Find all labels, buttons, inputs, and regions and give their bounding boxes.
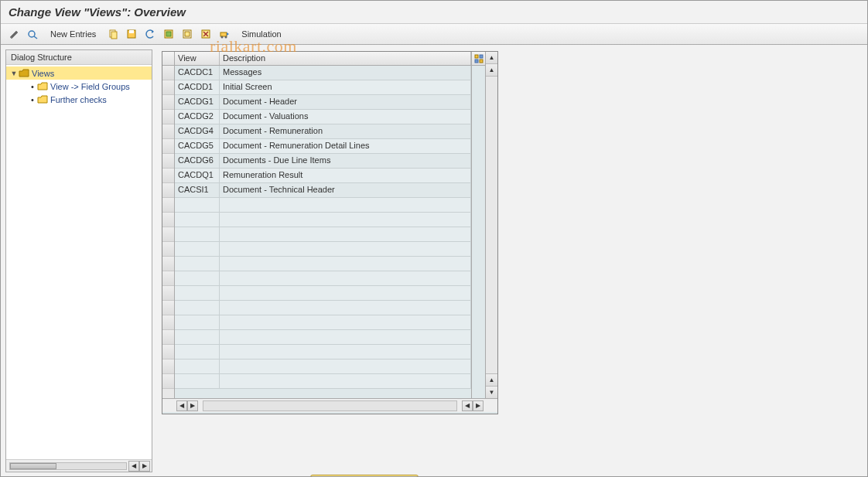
col-header-description[interactable]: Description	[220, 52, 471, 65]
table-row-empty	[175, 345, 471, 359]
cell-description[interactable]: Document - Remuneration Detail Lines	[220, 139, 471, 153]
table-row[interactable]: CACDG1Document - Header	[175, 95, 471, 110]
cell-description[interactable]: Initial Screen	[220, 80, 471, 94]
scroll-up-fast-icon[interactable]: ▲	[486, 64, 497, 77]
svg-point-15	[225, 36, 227, 39]
row-select[interactable]	[162, 139, 174, 154]
row-select[interactable]	[162, 257, 174, 271]
scroll-up-icon[interactable]: ▲	[486, 52, 497, 64]
svg-rect-17	[480, 55, 483, 58]
folder-open-icon	[19, 69, 29, 78]
table-row-empty	[175, 198, 471, 213]
row-select[interactable]	[162, 242, 174, 257]
cell-description[interactable]: Document - Valuations	[220, 110, 471, 124]
cell-view[interactable]: CACSI1	[175, 183, 220, 197]
dialog-structure-panel: Dialog Structure ▼ Views • View -> Field…	[5, 49, 152, 472]
row-select[interactable]	[162, 374, 174, 389]
cell-view	[175, 213, 220, 227]
tree-item-further-checks[interactable]: • Further checks	[6, 93, 152, 106]
row-select[interactable]	[162, 315, 174, 330]
row-select[interactable]	[162, 95, 174, 110]
scroll-right-icon[interactable]: ▶	[187, 400, 198, 411]
cell-view	[175, 330, 220, 344]
other-view-icon[interactable]	[26, 26, 41, 42]
simulation-button[interactable]: Simulation	[235, 28, 287, 40]
col-header-view[interactable]: View	[175, 52, 220, 65]
cell-description[interactable]: Remuneration Result	[220, 169, 471, 182]
row-select[interactable]	[162, 301, 174, 315]
row-select[interactable]	[162, 66, 174, 80]
table-row[interactable]: CACDC1Messages	[175, 66, 471, 80]
table-row[interactable]: CACDD1Initial Screen	[175, 80, 471, 95]
select-all-icon[interactable]	[161, 26, 176, 42]
svg-line-1	[34, 36, 37, 39]
cell-description	[220, 345, 471, 359]
row-select[interactable]	[162, 213, 174, 227]
row-select[interactable]	[162, 124, 174, 139]
cell-view[interactable]: CACDQ1	[175, 169, 220, 182]
cell-view[interactable]: CACDG1	[175, 95, 220, 109]
vscroll-track[interactable]	[486, 77, 497, 373]
select-all-rows[interactable]	[162, 52, 174, 66]
deselect-all-icon[interactable]	[179, 26, 195, 42]
table-row[interactable]: CACDG2Document - Valuations	[175, 110, 471, 124]
row-select[interactable]	[162, 80, 174, 95]
cell-view[interactable]: CACDG4	[175, 124, 220, 138]
scroll-down-icon[interactable]: ▼	[486, 386, 497, 398]
save-icon[interactable]	[124, 26, 139, 42]
table-row[interactable]: CACDG5Document - Remuneration Detail Lin…	[175, 139, 471, 154]
table-row[interactable]: CACDG4Document - Remuneration	[175, 124, 471, 139]
cell-view[interactable]: CACDG6	[175, 154, 220, 168]
undo-icon[interactable]	[142, 26, 158, 42]
table-hscroll[interactable]: ◀ ▶ ◀ ▶	[162, 398, 497, 412]
row-select[interactable]	[162, 169, 174, 183]
transport-icon[interactable]	[217, 26, 232, 42]
delete-icon[interactable]	[198, 26, 214, 42]
cell-description[interactable]: Document - Remuneration	[220, 124, 471, 138]
new-entries-button[interactable]: New Entries	[44, 28, 102, 40]
row-select[interactable]	[162, 359, 174, 374]
table-row[interactable]: CACSI1Document - Technical Header	[175, 183, 471, 198]
left-panel-hscroll[interactable]: ◀ ▶	[6, 459, 152, 472]
tree-item-label: View -> Field Groups	[50, 82, 130, 91]
scroll-down-fast-icon[interactable]: ▲	[486, 373, 497, 386]
toggle-display-change-icon[interactable]	[7, 26, 22, 42]
cell-view[interactable]: CACDD1	[175, 80, 220, 94]
cell-description[interactable]: Messages	[220, 66, 471, 80]
tree-item-label: Views	[32, 69, 54, 78]
cell-description	[220, 198, 471, 212]
row-select[interactable]	[162, 286, 174, 301]
table-vscroll[interactable]: ▲ ▲ ▲ ▼	[485, 52, 497, 398]
cell-description[interactable]: Documents - Due Line Items	[220, 154, 471, 168]
cell-description[interactable]: Document - Header	[220, 95, 471, 109]
tree-item-label: Further checks	[50, 95, 107, 104]
row-select[interactable]	[162, 183, 174, 198]
copy-icon[interactable]	[105, 26, 121, 42]
row-select[interactable]	[162, 330, 174, 345]
row-select[interactable]	[162, 227, 174, 242]
tree-item-view-field-groups[interactable]: • View -> Field Groups	[6, 80, 152, 93]
scroll-left-end-icon[interactable]: ◀	[462, 400, 473, 411]
expand-collapse-icon[interactable]: ▼	[9, 70, 19, 77]
folder-closed-icon	[37, 82, 48, 91]
scroll-right-end-icon[interactable]: ▶	[473, 400, 484, 411]
cell-description	[220, 359, 471, 373]
cell-view[interactable]: CACDG5	[175, 139, 220, 153]
hscroll-track[interactable]	[203, 400, 457, 411]
cell-view[interactable]: CACDG2	[175, 110, 220, 124]
scroll-right-icon[interactable]: ▶	[139, 461, 150, 472]
row-select[interactable]	[162, 198, 174, 213]
scroll-left-icon[interactable]: ◀	[176, 400, 187, 411]
cell-view[interactable]: CACDC1	[175, 66, 220, 80]
table-row[interactable]: CACDG6Documents - Due Line Items	[175, 154, 471, 169]
table-row[interactable]: CACDQ1Remuneration Result	[175, 169, 471, 183]
cell-description	[220, 301, 471, 315]
scroll-left-icon[interactable]: ◀	[128, 461, 139, 472]
cell-description[interactable]: Document - Technical Header	[220, 183, 471, 197]
configure-table-icon[interactable]	[472, 52, 485, 66]
row-select[interactable]	[162, 110, 174, 124]
row-select[interactable]	[162, 271, 174, 286]
row-select[interactable]	[162, 154, 174, 169]
row-select[interactable]	[162, 345, 174, 359]
tree-item-views[interactable]: ▼ Views	[6, 66, 152, 80]
